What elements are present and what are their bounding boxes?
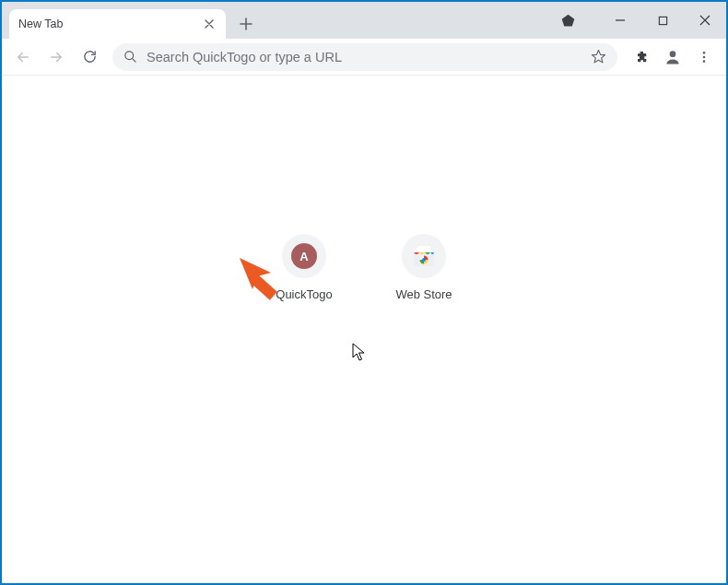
quicktogo-avatar-icon: A bbox=[291, 243, 317, 269]
svg-point-9 bbox=[422, 258, 426, 262]
tab-title: New Tab bbox=[18, 18, 63, 30]
svg-point-4 bbox=[703, 55, 706, 58]
shortcut-label: Web Store bbox=[395, 287, 452, 301]
svg-point-3 bbox=[703, 52, 706, 54]
new-tab-content: A QuickTogo Web St bbox=[2, 234, 726, 585]
shortcut-icon: A bbox=[282, 234, 326, 278]
mouse-cursor-icon bbox=[352, 343, 367, 365]
shortcut-icon bbox=[402, 234, 446, 278]
svg-rect-0 bbox=[659, 17, 666, 24]
close-window-button[interactable] bbox=[684, 2, 726, 39]
forward-button[interactable] bbox=[42, 43, 70, 71]
window-controls bbox=[555, 2, 726, 39]
toolbar bbox=[2, 39, 726, 76]
svg-point-2 bbox=[670, 51, 676, 57]
shortcuts-grid: A QuickTogo Web St bbox=[2, 234, 726, 301]
search-icon bbox=[123, 50, 137, 64]
maximize-button[interactable] bbox=[641, 2, 684, 39]
address-bar[interactable] bbox=[112, 43, 617, 71]
shortcut-label: QuickTogo bbox=[276, 287, 332, 301]
address-input[interactable] bbox=[147, 50, 581, 64]
shortcut-webstore[interactable]: Web Store bbox=[372, 234, 476, 301]
toolbar-right bbox=[627, 42, 719, 72]
reload-button[interactable] bbox=[76, 43, 103, 71]
guest-badge-icon bbox=[555, 7, 581, 33]
shortcut-quicktogo[interactable]: A QuickTogo bbox=[252, 234, 356, 301]
extensions-button[interactable] bbox=[627, 42, 656, 72]
new-tab-button[interactable] bbox=[233, 11, 259, 37]
title-bar: New Tab bbox=[2, 2, 726, 39]
tabs-area: New Tab bbox=[2, 2, 555, 39]
svg-point-5 bbox=[703, 60, 706, 63]
close-tab-icon[interactable] bbox=[202, 17, 217, 31]
menu-button[interactable] bbox=[689, 42, 719, 72]
webstore-icon bbox=[412, 244, 436, 268]
profile-button[interactable] bbox=[658, 42, 687, 72]
bookmark-star-icon[interactable] bbox=[591, 49, 606, 64]
minimize-button[interactable] bbox=[599, 2, 641, 39]
back-button[interactable] bbox=[9, 43, 37, 71]
browser-tab[interactable]: New Tab bbox=[9, 9, 226, 39]
